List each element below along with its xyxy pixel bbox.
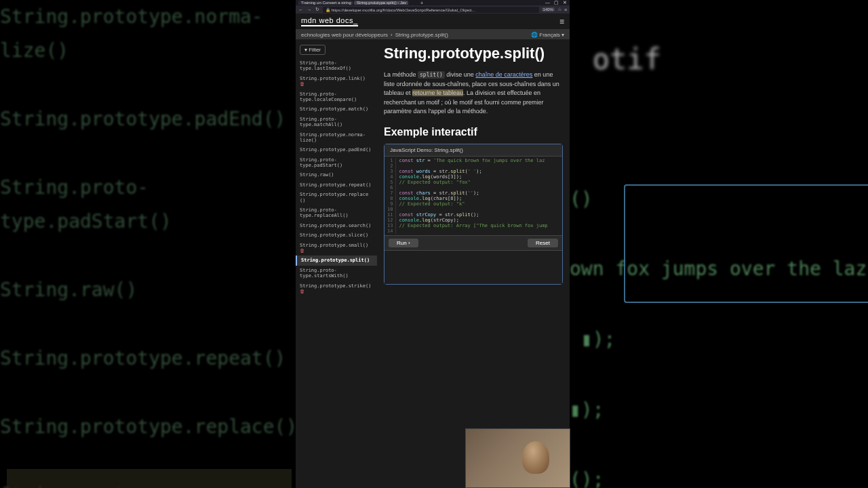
sidebar-item[interactable]: String.proto-type.lastIndexOf() [296,58,377,74]
new-tab-button[interactable]: + [420,1,423,5]
nav-forward-icon[interactable]: → [307,7,312,12]
browser-window: Training on Convert a string inString.pr… [296,0,570,488]
nav-back-icon[interactable]: ← [298,7,304,12]
chevron-down-icon: ▾ [561,32,564,38]
window-controls: — ▢ ✕ [545,0,567,5]
language-label: Français [539,32,560,38]
demo-header: JavaScript Demo: String.split() [384,144,562,157]
url-input[interactable]: 🔒 https://developer.mozilla.org/fr/docs/… [323,7,539,13]
webcam-overlay [465,428,570,488]
sidebar-item[interactable]: String.prototype.replace() [296,190,377,205]
run-button[interactable]: Run › [389,239,418,247]
browser-tabs: Training on Convert a string inString.pr… [298,1,420,5]
language-selector[interactable]: 🌐 Français ▾ [531,32,564,38]
demo-controls: Run › Reset [384,235,562,250]
breadcrumb-separator: › [391,32,393,38]
sidebar-item[interactable]: String.prototype.norma-lize() [296,130,377,146]
breadcrumb-item[interactable]: echnologies web pour développeurs [301,32,388,38]
url-text: https://developer.mozilla.org/fr/docs/We… [332,8,475,12]
inline-code: split() [418,71,445,79]
demo-code-editor[interactable]: 1234567891011121314 const str = 'The qui… [384,157,562,235]
sidebar-item[interactable]: String.proto-type.padStart() [296,155,377,171]
window-close[interactable]: ✕ [563,0,567,5]
sidebar: String.proto-type.lastIndexOf()String.pr… [296,57,377,298]
demo-output [384,250,562,284]
browser-tab[interactable]: String.prototype.split() - Jav [354,1,408,5]
lock-icon: 🔒 [326,8,330,12]
sidebar-item[interactable]: String.prototype.slice() [296,230,377,240]
sidebar-item[interactable]: String.raw() [296,170,377,180]
breadcrumb-bar: echnologies web pour développeurs › Stri… [296,30,570,39]
sidebar-item[interactable]: String.prototype.split() [296,256,377,265]
deprecated-icon: 🗑 [300,81,304,87]
sidebar-item[interactable]: String.proto-type.matchAll() [296,115,377,130]
reset-button[interactable]: Reset [528,239,558,247]
sidebar-item[interactable]: String.prototype.link() 🗑 [296,74,377,89]
hamburger-icon[interactable]: ≡ [559,17,564,26]
sidebar-item[interactable]: String.prototype.search() [296,221,377,230]
breadcrumbs: echnologies web pour développeurs › Stri… [301,32,448,38]
background-code-left: String.prototype.norma- lize() String.pr… [0,0,295,488]
globe-icon: 🌐 [531,32,538,38]
content-row: ▾ Filter String.proto-type.lastIndexOf()… [296,39,570,488]
sidebar-item[interactable]: String.prototype.repeat() [296,180,377,190]
code-lines: const str = 'The quick brown fox jumps o… [396,158,547,234]
window-minimize[interactable]: — [545,0,550,5]
deprecated-icon: 🗑 [300,248,304,253]
mdn-logo[interactable]: mdn web docs_ [301,16,358,26]
zoom-level[interactable]: 140% [542,7,555,12]
interactive-demo: JavaScript Demo: String.split() 12345678… [384,144,563,285]
sidebar-item[interactable]: String.prototype.padEnd() [296,145,377,155]
bg-title: otif [593,43,661,76]
sidebar-column: ▾ Filter String.proto-type.lastIndexOf()… [296,39,377,488]
url-bar: ← → ↻ 🔒 https://developer.mozilla.org/fr… [296,5,570,14]
sidebar-item[interactable]: String.proto-type.startsWith() [296,266,377,281]
breadcrumb-item[interactable]: String.prototype.split() [395,32,448,38]
mdn-header: mdn web docs_ ≡ [296,14,570,30]
sidebar-item[interactable]: String.prototype.small() 🗑 [296,241,377,256]
method-description: La méthode split() divise une chaîne de … [384,70,563,117]
highlighted-text: retourne le tableau [412,89,463,96]
bookmark-icon[interactable]: ☆ [557,7,561,12]
filter-input[interactable]: ▾ Filter [300,45,326,55]
line-gutter: 1234567891011121314 [384,158,396,234]
page-title: String.prototype.split() [384,45,563,62]
window-maximize[interactable]: ▢ [554,0,559,5]
main-content: String.prototype.split() La méthode spli… [377,39,570,488]
background-highlight [7,469,292,488]
sidebar-item[interactable]: String.proto-type.localeCompare() [296,89,377,105]
deprecated-icon: 🗑 [300,289,304,294]
filter-bar: ▾ Filter [296,39,377,57]
menu-icon[interactable]: ≡ [564,7,567,12]
link-string-type[interactable]: chaîne de caractères [475,71,532,78]
window-titlebar: Training on Convert a string inString.pr… [296,0,570,5]
sidebar-item[interactable]: String.prototype.match() [296,104,377,114]
sidebar-item[interactable]: String.prototype.strike() 🗑 [296,281,377,297]
section-heading: Exemple interactif [384,126,563,138]
background-codebox-border [624,184,868,303]
sidebar-item[interactable]: String.proto-type.replaceAll() [296,205,377,221]
browser-tab[interactable]: Training on Convert a string in [298,1,353,5]
nav-reload-icon[interactable]: ↻ [315,7,320,12]
